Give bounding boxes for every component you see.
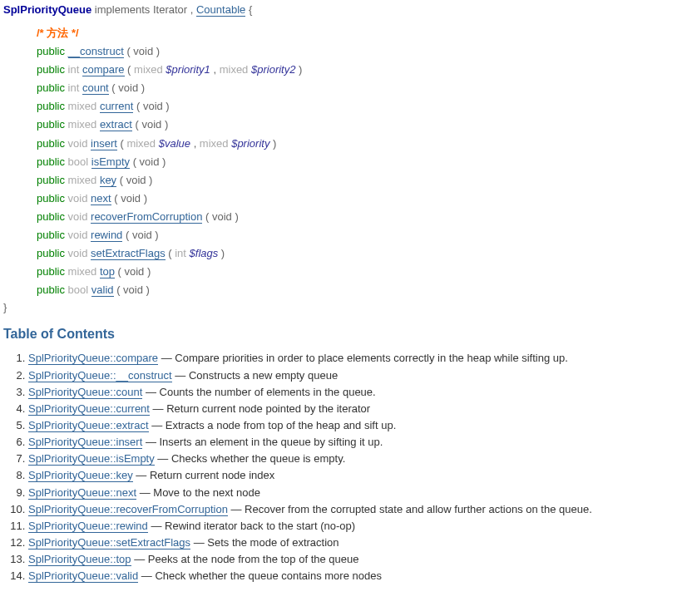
- method-link[interactable]: next: [91, 192, 111, 205]
- toc-item: SplPriorityQueue::count — Counts the num…: [28, 384, 679, 401]
- class-header-line: SplPriorityQueue implements Iterator , C…: [3, 3, 679, 16]
- method-signature: public void insert ( mixed $value , mixe…: [37, 135, 679, 153]
- modifier: public: [37, 137, 68, 150]
- method-link[interactable]: top: [100, 265, 115, 278]
- params: ( void ): [109, 81, 145, 94]
- paren: (: [125, 63, 135, 76]
- toc-link[interactable]: SplPriorityQueue::key: [28, 469, 133, 482]
- modifier: public: [37, 81, 68, 94]
- toc-link[interactable]: SplPriorityQueue::rewind: [28, 520, 148, 533]
- method-link[interactable]: compare: [82, 63, 125, 76]
- method-name: compare: [82, 63, 125, 76]
- param-type: mixed: [200, 137, 231, 150]
- method-link[interactable]: key: [100, 174, 116, 187]
- return-type: mixed: [68, 265, 100, 278]
- method-signature: public __construct ( void ): [37, 42, 679, 61]
- method-link[interactable]: extract: [100, 118, 132, 131]
- toc-desc: — Return current node index: [133, 469, 275, 481]
- toc-item: SplPriorityQueue::__construct — Construc…: [28, 367, 679, 384]
- toc-link[interactable]: SplPriorityQueue::compare: [28, 352, 158, 365]
- method-link[interactable]: count: [82, 81, 109, 95]
- method-name: insert: [91, 137, 117, 150]
- toc-desc: — Extracts a node from top of the heap a…: [149, 419, 397, 431]
- toc-link[interactable]: SplPriorityQueue::top: [28, 553, 131, 566]
- modifier: public: [37, 229, 68, 241]
- toc-link[interactable]: SplPriorityQueue::setExtractFlags: [28, 536, 190, 549]
- toc-item: SplPriorityQueue::setExtractFlags — Sets…: [28, 535, 679, 551]
- toc-link[interactable]: SplPriorityQueue::current: [28, 402, 150, 416]
- return-type: void: [68, 247, 91, 259]
- toc-item: SplPriorityQueue::key — Return current n…: [28, 467, 679, 484]
- params: ( void ): [133, 100, 169, 112]
- toc-desc: — Checks whether the queue is empty.: [155, 452, 346, 465]
- toc-item: SplPriorityQueue::compare — Compare prio…: [28, 350, 679, 367]
- toc-link[interactable]: SplPriorityQueue::valid: [28, 569, 138, 583]
- method-signature: public void recoverFromCorruption ( void…: [37, 208, 679, 226]
- return-type: mixed: [68, 100, 100, 112]
- toc-desc: — Compare priorities in order to place e…: [158, 352, 568, 364]
- return-type: void: [68, 229, 91, 241]
- method-signature: public int compare ( mixed $priority1 , …: [37, 61, 679, 79]
- method-link[interactable]: isEmpty: [91, 155, 130, 169]
- method-link[interactable]: insert: [91, 137, 117, 150]
- method-link[interactable]: rewind: [91, 229, 122, 242]
- countable-link[interactable]: Countable: [196, 3, 245, 17]
- method-name: count: [82, 81, 109, 95]
- toc-desc: — Sets the mode of extraction: [190, 536, 339, 549]
- countable-interface: Countable: [196, 3, 245, 17]
- return-type: mixed: [68, 118, 100, 131]
- toc-desc: — Constructs a new empty queue: [172, 369, 338, 382]
- toc-link[interactable]: SplPriorityQueue::recoverFromCorruption: [28, 503, 228, 516]
- toc-item: SplPriorityQueue::valid — Check whether …: [28, 568, 679, 584]
- method-signature: public bool isEmpty ( void ): [37, 153, 679, 171]
- method-signature: public mixed current ( void ): [37, 97, 679, 116]
- param-type: mixed: [134, 63, 166, 76]
- method-name: valid: [91, 283, 114, 297]
- toc-link[interactable]: SplPriorityQueue::__construct: [28, 369, 172, 382]
- paren: ,: [190, 137, 200, 150]
- method-link[interactable]: valid: [91, 283, 114, 297]
- close-brace: }: [3, 301, 679, 313]
- params: ( void ): [202, 210, 238, 223]
- modifier: public: [37, 283, 68, 296]
- paren: ): [218, 247, 225, 259]
- toc-link[interactable]: SplPriorityQueue::isEmpty: [28, 452, 155, 466]
- method-signature: public void setExtractFlags ( int $flags…: [37, 244, 679, 263]
- toc-link[interactable]: SplPriorityQueue::next: [28, 486, 136, 500]
- return-type: int: [68, 63, 82, 76]
- param-name: $flags: [190, 247, 219, 259]
- return-type: int: [68, 81, 82, 94]
- param-name: $priority: [231, 137, 269, 150]
- toc-item: SplPriorityQueue::insert — Inserts an el…: [28, 434, 679, 451]
- toc-item: SplPriorityQueue::extract — Extracts a n…: [28, 417, 679, 434]
- toc-item: SplPriorityQueue::rewind — Rewind iterat…: [28, 518, 679, 535]
- paren: ): [269, 137, 276, 150]
- open-brace: {: [249, 3, 252, 16]
- method-link[interactable]: setExtractFlags: [91, 247, 166, 260]
- toc-link[interactable]: SplPriorityQueue::extract: [28, 419, 149, 432]
- toc-item: SplPriorityQueue::top — Peeks at the nod…: [28, 551, 679, 568]
- toc-desc: — Rewind iterator back to the start (no-…: [148, 520, 355, 532]
- method-name: recoverFromCorruption: [91, 210, 202, 224]
- params: ( void ): [115, 265, 151, 278]
- params: ( void ): [130, 155, 166, 168]
- modifier: public: [37, 155, 68, 168]
- method-link[interactable]: __construct: [68, 45, 124, 58]
- toc-link[interactable]: SplPriorityQueue::insert: [28, 436, 142, 449]
- method-link[interactable]: recoverFromCorruption: [91, 210, 202, 224]
- toc-link[interactable]: SplPriorityQueue::count: [28, 386, 142, 399]
- toc-item: SplPriorityQueue::next — Move to the nex…: [28, 485, 679, 501]
- method-name: current: [100, 100, 133, 113]
- method-link[interactable]: current: [100, 100, 133, 113]
- modifier: public: [37, 210, 68, 223]
- modifier: public: [37, 247, 68, 259]
- params: ( void ): [124, 45, 160, 57]
- separator: ,: [190, 3, 194, 16]
- toc-item: SplPriorityQueue::isEmpty — Checks wheth…: [28, 451, 679, 467]
- toc-heading: Table of Contents: [3, 327, 679, 342]
- class-synopsis: SplPriorityQueue implements Iterator , C…: [3, 3, 679, 313]
- params: ( void ): [116, 174, 152, 186]
- toc-desc: — Peeks at the node from the top of the …: [131, 553, 359, 565]
- method-name: __construct: [68, 45, 124, 58]
- method-signature: public int count ( void ): [37, 79, 679, 97]
